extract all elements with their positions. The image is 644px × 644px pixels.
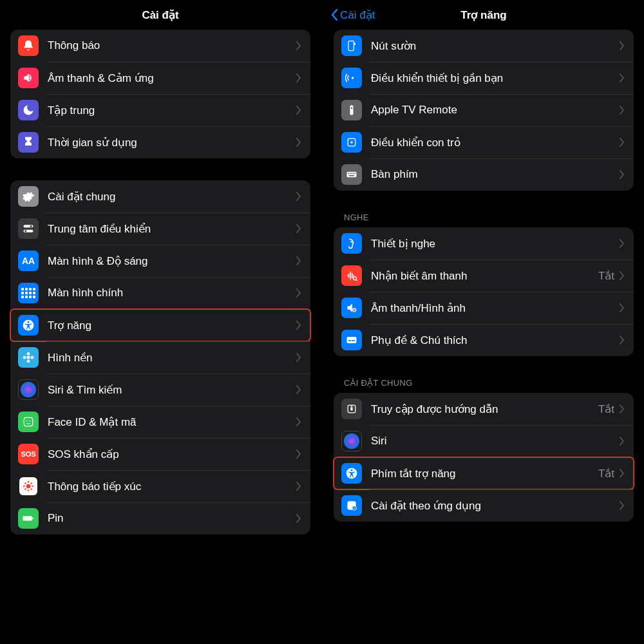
chevron-right-icon [620, 303, 625, 312]
row-siri[interactable]: Siri [334, 425, 634, 457]
svg-point-17 [23, 486, 25, 488]
svg-point-50 [352, 506, 357, 511]
svg-point-8 [27, 359, 30, 363]
section-header-hearing: NGHE [334, 213, 634, 227]
svg-rect-46 [350, 408, 352, 411]
row-guided-access[interactable]: Truy cập được hướng dẫnTắt [334, 393, 634, 425]
row-wallpaper[interactable]: Hình nền [10, 341, 310, 374]
row-label: Nút sườn [371, 39, 620, 53]
svg-point-3 [24, 230, 26, 232]
aa-icon: AA [18, 251, 39, 271]
back-button[interactable]: Cài đặt [330, 8, 375, 22]
svg-point-31 [350, 141, 352, 143]
row-nearby-control[interactable]: Điều khiển thiết bị gần bạn [334, 62, 634, 94]
row-general[interactable]: Cài đặt chung [10, 180, 310, 213]
row-label: Màn hình & Độ sáng [48, 254, 296, 268]
switches-icon [18, 218, 39, 239]
row-sounds[interactable]: Âm thanh & Cảm ứng [10, 62, 310, 94]
row-sound-recognition[interactable]: Nhận biết âm thanhTắt [334, 260, 634, 292]
svg-rect-38 [349, 175, 354, 176]
soundrec-icon [341, 265, 362, 286]
group-general-settings: Truy cập được hướng dẫnTắtSiriPhím tắt t… [334, 393, 634, 522]
svg-point-29 [351, 107, 353, 109]
svg-point-12 [26, 421, 28, 422]
group-physical-motor: Nút sườnĐiều khiển thiết bị gần bạnApple… [334, 30, 634, 191]
audiovisual-icon [341, 298, 362, 318]
row-label: Nhận biết âm thanh [371, 269, 598, 283]
row-battery[interactable]: Pin [10, 502, 310, 535]
svg-rect-28 [350, 106, 354, 115]
settings-panel-right: Cài đặt Trợ năng Nút sườnĐiều khiển thiế… [323, 0, 644, 644]
row-keyboards[interactable]: Bàn phím [334, 158, 634, 191]
chevron-right-icon [296, 73, 301, 82]
row-label: Apple TV Remote [371, 104, 620, 117]
row-label: Pin [48, 512, 296, 525]
chevron-right-icon [296, 353, 301, 362]
svg-rect-24 [32, 518, 33, 520]
moon-icon [18, 100, 39, 120]
flower-icon [18, 347, 39, 368]
row-label: Siri [371, 435, 620, 448]
perapp-icon [341, 495, 362, 516]
chevron-right-icon [296, 514, 301, 523]
chevron-right-icon [296, 450, 301, 459]
row-label: Thông báo tiếp xúc [48, 480, 296, 493]
chevron-right-icon [620, 239, 625, 248]
content-right[interactable]: Nút sườnĐiều khiển thiết bị gần bạnApple… [323, 30, 644, 644]
svg-point-16 [28, 489, 30, 491]
row-label: Âm thanh/Hình ảnh [371, 301, 620, 315]
row-exposure[interactable]: Thông báo tiếp xúc [10, 470, 310, 502]
svg-rect-35 [351, 173, 352, 175]
svg-point-10 [30, 356, 33, 359]
svg-point-6 [27, 356, 30, 359]
siri-icon [341, 431, 362, 451]
chevron-right-icon [620, 437, 625, 446]
chevron-right-icon [620, 469, 625, 478]
row-notifications[interactable]: Thông báo [10, 30, 310, 62]
chevron-right-icon [620, 106, 625, 115]
svg-point-48 [351, 469, 353, 471]
svg-rect-44 [352, 340, 355, 341]
row-label: Siri & Tìm kiếm [48, 383, 296, 397]
svg-rect-34 [350, 173, 351, 175]
row-apple-tv-remote[interactable]: Apple TV Remote [334, 94, 634, 126]
row-control-center[interactable]: Trung tâm điều khiển [10, 213, 310, 245]
row-audio-visual[interactable]: Âm thanh/Hình ảnh [334, 292, 634, 324]
sos-icon: SOS [18, 444, 39, 464]
chevron-right-icon [296, 256, 301, 265]
row-value: Tắt [598, 467, 614, 480]
row-home-screen[interactable]: Màn hình chính [10, 277, 310, 309]
grid-icon [18, 283, 39, 303]
svg-point-15 [28, 481, 30, 483]
group-general: Cài đặt chungTrung tâm điều khiểnAAMàn h… [10, 180, 310, 535]
row-faceid[interactable]: Face ID & Mật mã [10, 406, 310, 438]
battery-icon [18, 508, 39, 529]
row-siri[interactable]: Siri & Tìm kiếm [10, 374, 310, 406]
subtitles-icon [341, 330, 362, 350]
row-accessibility[interactable]: Trợ năng [10, 309, 310, 341]
chevron-right-icon [296, 385, 301, 394]
remote-icon [341, 100, 362, 120]
chevron-right-icon [620, 336, 625, 345]
chevron-right-icon [296, 41, 301, 50]
svg-point-27 [352, 77, 354, 79]
row-hearing-devices[interactable]: Thiết bị nghe [334, 227, 634, 260]
row-display[interactable]: AAMàn hình & Độ sáng [10, 245, 310, 277]
row-label: Điều khiển con trỏ [371, 136, 620, 149]
row-sos[interactable]: SOSSOS khẩn cấp [10, 438, 310, 470]
row-per-app[interactable]: Cài đặt theo ứng dụng [334, 489, 634, 522]
row-accessibility-shortcut[interactable]: Phím tắt trợ năngTắt [334, 457, 634, 489]
gear-icon [18, 186, 39, 207]
row-screentime[interactable]: Thời gian sử dụng [10, 126, 310, 158]
row-focus[interactable]: Tập trung [10, 94, 310, 126]
chevron-right-icon [620, 501, 625, 510]
row-pointer-control[interactable]: Điều khiển con trỏ [334, 126, 634, 158]
accessibility-icon [341, 463, 362, 484]
row-subtitles[interactable]: Phụ đề & Chú thích [334, 324, 634, 356]
row-label: Face ID & Mật mã [48, 415, 296, 429]
speaker-icon [18, 68, 39, 88]
row-label: Bàn phím [371, 168, 620, 181]
content-left[interactable]: Thông báoÂm thanh & Cảm ứngTập trungThời… [0, 30, 321, 644]
row-side-button[interactable]: Nút sườn [334, 30, 634, 62]
chevron-right-icon [296, 192, 301, 201]
